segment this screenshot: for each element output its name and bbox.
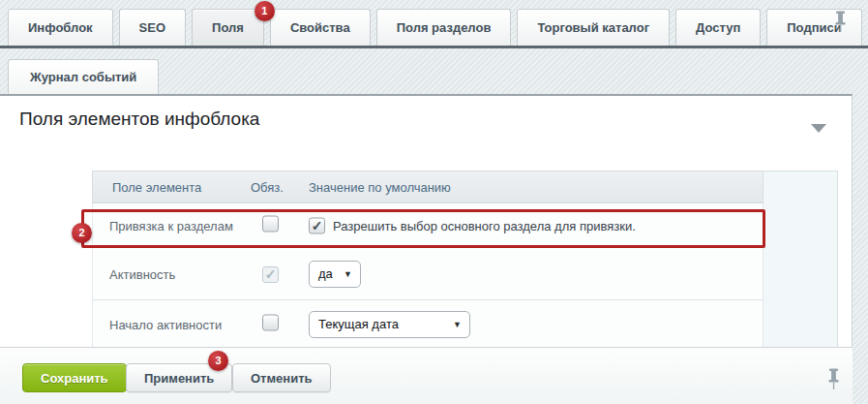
- required-checkbox[interactable]: [262, 215, 279, 232]
- select-value: Текущая дата: [318, 317, 399, 331]
- table-row-section-binding: Привязка к разделам Разрешить выбор осно…: [92, 203, 763, 248]
- field-label: Привязка к разделам: [109, 218, 233, 233]
- tab-label: SEO: [139, 20, 165, 35]
- pin-icon[interactable]: [826, 368, 841, 390]
- tab-event-log[interactable]: Журнал событий: [8, 59, 159, 94]
- annotation-badge-2: 2: [72, 223, 92, 243]
- column-header-field: Поле элемента: [112, 180, 201, 195]
- tab-fields[interactable]: Поля 1: [192, 9, 264, 46]
- activity-select[interactable]: да ▼: [309, 261, 361, 288]
- tab-section-fields[interactable]: Поля разделов: [376, 9, 512, 46]
- required-checkbox-disabled: [262, 266, 279, 283]
- column-header-required: Обяз.: [251, 180, 284, 195]
- caret-down-icon: ▼: [453, 320, 462, 329]
- pin-icon[interactable]: [833, 11, 848, 33]
- field-label: Активность: [109, 266, 175, 281]
- cancel-button[interactable]: Отменить: [232, 363, 331, 392]
- table-header-row: Поле элемента Обяз. Значение по умолчани…: [92, 171, 763, 203]
- table-row-activity-start: Начало активности Текущая дата ▼: [92, 300, 763, 349]
- tab-label: Поля разделов: [397, 20, 492, 35]
- tab-infoblock[interactable]: Инфоблок: [8, 9, 113, 46]
- tab-label: Поля: [212, 20, 244, 35]
- tab-seo[interactable]: SEO: [119, 9, 186, 46]
- allow-main-section-checkbox[interactable]: [309, 217, 325, 233]
- action-bar: Сохранить Применить 3 Отменить: [0, 347, 853, 404]
- tab-label: Свойства: [290, 20, 350, 35]
- table-row-activity: Активность да ▼: [92, 248, 763, 300]
- save-button[interactable]: Сохранить: [22, 363, 127, 392]
- tab-label: Доступ: [696, 20, 740, 35]
- tab-label: Торговый каталог: [537, 20, 649, 35]
- annotation-badge-1: 1: [254, 1, 275, 21]
- tab-properties[interactable]: Свойства: [270, 9, 371, 46]
- activity-start-select[interactable]: Текущая дата ▼: [309, 311, 470, 338]
- checkbox-caption: Разрешить выбор основного раздела для пр…: [333, 218, 636, 233]
- select-value: да: [318, 266, 333, 281]
- tab-access[interactable]: Доступ: [675, 9, 761, 46]
- page-title: Поля элементов инфоблока: [19, 109, 259, 130]
- column-header-default-value: Значение по умолчанию: [309, 180, 451, 195]
- caret-down-icon: ▼: [344, 269, 352, 279]
- tab-label: Инфоблок: [28, 20, 93, 35]
- tab-label: Журнал событий: [30, 70, 136, 84]
- required-checkbox[interactable]: [262, 314, 279, 330]
- field-label: Начало активности: [109, 317, 222, 331]
- collapse-section-icon[interactable]: [811, 124, 826, 133]
- tab-trade-catalog[interactable]: Торговый каталог: [517, 9, 670, 46]
- annotation-badge-3: 3: [208, 351, 228, 371]
- main-tabs: Инфоблок SEO Поля 1 Свойства Поля раздел…: [8, 9, 862, 46]
- main-tab-bar: Инфоблок SEO Поля 1 Свойства Поля раздел…: [0, 0, 868, 46]
- secondary-tab-bar: Журнал событий: [0, 48, 868, 94]
